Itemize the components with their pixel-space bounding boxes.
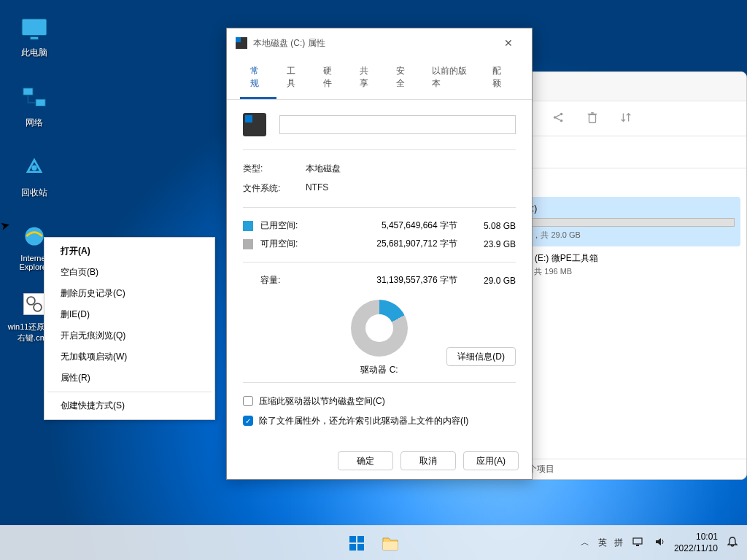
separator — [243, 382, 516, 383]
capacity-gb: 29.0 GB — [472, 276, 516, 286]
free-gb: 23.9 GB — [472, 239, 516, 249]
svg-point-15 — [554, 116, 557, 119]
context-menu-open[interactable]: 打开(A) — [46, 241, 213, 262]
ime-lang[interactable]: 英 — [598, 537, 607, 549]
tab-security[interactable]: 安全 — [386, 58, 422, 99]
svg-rect-21 — [349, 536, 356, 542]
tab-quota[interactable]: 配额 — [482, 58, 519, 99]
context-menu-delete-history[interactable]: 删除历史记录(C) — [46, 283, 213, 304]
sort-icon[interactable] — [619, 111, 632, 126]
fs-label: 文件系统: — [243, 182, 306, 195]
delete-icon[interactable] — [586, 111, 599, 126]
taskbar-center — [342, 529, 405, 558]
ime-mode[interactable]: 拼 — [614, 537, 623, 549]
svg-rect-3 — [36, 99, 45, 106]
context-menu-create-shortcut[interactable]: 创建快捷方式(S) — [46, 395, 213, 416]
compress-checkbox[interactable] — [243, 396, 253, 406]
svg-point-5 — [25, 227, 43, 245]
context-menu-separator — [47, 392, 212, 392]
tab-general[interactable]: 常规 — [240, 58, 276, 99]
dialog-body: 类型: 本地磁盘 文件系统: NTFS 已用空间: 5,457,649,664 … — [227, 100, 532, 444]
start-button[interactable] — [342, 529, 371, 558]
svg-rect-23 — [349, 544, 356, 551]
separator — [243, 262, 516, 262]
free-bytes: 25,681,907,712 字节 — [313, 238, 472, 250]
free-swatch — [243, 239, 253, 249]
taskbar-tray: ︿ 英 拼 10:01 2022/11/10 — [581, 532, 744, 554]
tab-sharing[interactable]: 共享 — [349, 58, 386, 99]
svg-rect-27 — [636, 545, 639, 546]
clock-time: 10:01 — [674, 532, 718, 543]
context-menu-blank-page[interactable]: 空白页(B) — [46, 262, 213, 283]
svg-rect-22 — [357, 536, 364, 542]
properties-dialog: 本地磁盘 (C:) 属性 ✕ 常规 工具 硬件 共享 安全 以前的版本 配额 类… — [226, 28, 533, 480]
context-menu-delete-ie[interactable]: 删IE(D) — [46, 304, 213, 325]
svg-rect-26 — [633, 538, 642, 544]
dialog-title: 本地磁盘 (C:) 属性 — [253, 37, 494, 50]
capacity-bytes: 31,139,557,376 字节 — [313, 274, 472, 287]
separator — [243, 149, 516, 150]
tab-tools[interactable]: 工具 — [276, 58, 313, 99]
tray-chevron-icon[interactable]: ︿ — [581, 537, 589, 549]
dialog-tabs: 常规 工具 硬件 共享 安全 以前的版本 配额 — [227, 58, 532, 100]
desktop-icon-label: 此电脑 — [21, 47, 47, 59]
used-gb: 5.08 GB — [472, 221, 516, 231]
svg-rect-2 — [23, 88, 33, 95]
svg-rect-1 — [30, 36, 38, 39]
apply-button[interactable]: 应用(A) — [463, 451, 519, 470]
svg-rect-24 — [357, 544, 364, 551]
type-value: 本地磁盘 — [306, 163, 341, 175]
context-menu-properties[interactable]: 属性(R) — [46, 368, 213, 389]
context-menu-no-addons[interactable]: 无加载项启动(W) — [46, 346, 213, 368]
dialog-titlebar[interactable]: 本地磁盘 (C:) 属性 ✕ — [227, 28, 532, 58]
usage-pie-chart — [351, 300, 408, 357]
context-menu: 打开(A) 空白页(B) 删除历史记录(C) 删IE(D) 开启无痕浏览(Q) … — [44, 237, 215, 420]
svg-rect-25 — [383, 542, 398, 550]
dialog-footer: 确定 取消 应用(A) — [338, 451, 519, 470]
capacity-label: 容量: — [260, 274, 313, 287]
desktop-icon-network[interactable]: 网络 — [7, 77, 61, 136]
compress-label: 压缩此驱动器以节约磁盘空间(C) — [259, 395, 385, 408]
fs-value: NTFS — [306, 182, 328, 195]
svg-point-16 — [560, 113, 563, 116]
used-label: 已用空间: — [260, 219, 313, 232]
type-label: 类型: — [243, 163, 306, 175]
index-checkbox[interactable]: ✓ — [243, 416, 253, 426]
index-label: 除了文件属性外，还允许索引此驱动器上文件的内容(I) — [259, 415, 468, 427]
drive-name-input[interactable] — [279, 115, 516, 134]
monitor-icon — [20, 15, 49, 44]
recycle-bin-icon — [20, 155, 49, 184]
notifications-tray-icon[interactable] — [727, 536, 738, 550]
network-tray-icon[interactable] — [632, 536, 645, 550]
cancel-button[interactable]: 取消 — [400, 451, 456, 470]
desktop-icon-label: 回收站 — [21, 187, 47, 199]
desktop-icon-label: 网络 — [26, 117, 43, 129]
tab-hardware[interactable]: 硬件 — [313, 58, 349, 99]
ok-button[interactable]: 确定 — [338, 451, 393, 470]
share-icon[interactable] — [552, 111, 565, 126]
free-label: 可用空间: — [260, 238, 313, 250]
taskbar-clock[interactable]: 10:01 2022/11/10 — [674, 532, 718, 554]
desktop-icon-this-pc[interactable]: 此电脑 — [7, 7, 61, 66]
details-button[interactable]: 详细信息(D) — [446, 347, 516, 366]
network-icon — [20, 85, 49, 114]
used-swatch — [243, 221, 253, 231]
desktop-icon-recycle-bin[interactable]: 回收站 — [7, 147, 61, 206]
svg-rect-6 — [24, 294, 45, 315]
taskbar-explorer-icon[interactable] — [376, 529, 405, 558]
used-bytes: 5,457,649,664 字节 — [313, 219, 472, 232]
context-menu-inprivate[interactable]: 开启无痕浏览(Q) — [46, 325, 213, 346]
drive-icon — [236, 37, 247, 49]
taskbar: ︿ 英 拼 10:01 2022/11/10 — [0, 525, 747, 560]
drive-icon — [243, 113, 266, 136]
close-button[interactable]: ✕ — [494, 32, 523, 54]
svg-point-4 — [31, 165, 36, 170]
tab-previous-versions[interactable]: 以前的版本 — [422, 58, 482, 99]
svg-rect-18 — [589, 114, 596, 122]
clock-date: 2022/11/10 — [674, 543, 718, 555]
volume-tray-icon[interactable] — [654, 536, 665, 550]
separator — [243, 207, 516, 208]
svg-rect-0 — [22, 18, 47, 35]
pie-label: 驱动器 C: — [360, 364, 398, 376]
svg-point-17 — [560, 120, 563, 122]
